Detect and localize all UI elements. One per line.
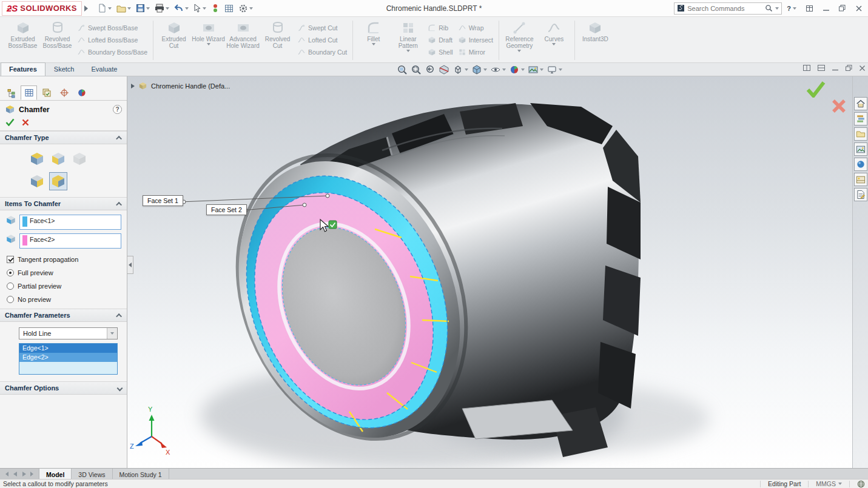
fillet-button[interactable]: Fillet <box>356 19 391 60</box>
chamfer-method-dropdown[interactable]: Hold Line <box>19 327 118 339</box>
property-manager-help-icon[interactable]: ? <box>113 105 122 114</box>
taskpane-view-palette-button[interactable] <box>854 142 867 156</box>
help-menu[interactable]: ? <box>787 5 796 12</box>
callout-face-set-2[interactable]: Face Set 2 <box>206 204 247 215</box>
instant3d-button[interactable]: Instant3D <box>578 19 613 60</box>
search-commands-box[interactable] <box>674 2 782 15</box>
tab-dimxpertmanager[interactable] <box>56 85 72 100</box>
search-options-caret[interactable] <box>775 7 779 10</box>
chamfer-type-vertex-button[interactable] <box>70 150 89 168</box>
hide-show-items-button[interactable] <box>489 64 507 76</box>
menu-flyout-icon[interactable] <box>84 5 88 12</box>
units-selector[interactable]: MMGS <box>816 480 842 487</box>
minimize-button[interactable] <box>818 1 834 16</box>
graphics-area[interactable]: Y Z X Chromenic Handle (Defa... Face Set <box>127 76 852 468</box>
revolved-boss-base-button[interactable]: Revolved Boss/Base <box>40 19 75 60</box>
tab-scroll-prev-button[interactable] <box>11 472 19 476</box>
file-properties-button[interactable] <box>223 3 235 14</box>
face1-selection-box[interactable]: Face<1> <box>19 215 121 230</box>
restore-document-button[interactable] <box>846 65 852 71</box>
minimize-document-button[interactable] <box>832 65 838 71</box>
tangent-propagation-checkbox[interactable] <box>7 256 14 263</box>
pane-split-right-button[interactable] <box>818 65 825 71</box>
edge-list-item[interactable]: Edge<2> <box>19 353 117 362</box>
print-button[interactable] <box>153 2 170 14</box>
lofted-cut-button[interactable]: Lofted Cut <box>296 35 348 45</box>
section-chamfer-type[interactable]: Chamfer Type <box>0 131 127 144</box>
edge-list-item[interactable]: Edge<1> <box>19 344 117 353</box>
zoom-area-button[interactable] <box>409 64 423 76</box>
tab-scroll-next-button[interactable] <box>20 472 28 476</box>
mirror-button[interactable]: Mirror <box>457 47 494 57</box>
apply-scene-button[interactable] <box>527 64 545 76</box>
callout-face-set-1[interactable]: Face Set 1 <box>143 195 183 206</box>
chamfer-type-distance-distance-button[interactable] <box>49 150 67 168</box>
reference-geometry-button[interactable]: Reference Geometry <box>502 19 537 60</box>
tab-evaluate[interactable]: Evaluate <box>83 62 126 76</box>
close-document-button[interactable] <box>860 65 865 71</box>
boundary-boss-base-button[interactable]: Boundary Boss/Base <box>76 47 149 57</box>
new-document-button[interactable] <box>96 2 113 14</box>
open-button[interactable] <box>115 3 132 14</box>
view-settings-button[interactable] <box>545 64 564 76</box>
tab-configurationmanager[interactable] <box>38 85 55 100</box>
extruded-cut-button[interactable]: Extruded Cut <box>156 19 191 60</box>
hold-line-edge-list[interactable]: Edge<1> Edge<2> <box>19 343 118 375</box>
chamfer-type-face-face-button[interactable] <box>49 172 67 190</box>
tab-model[interactable]: Model <box>39 469 72 479</box>
tab-3d-views[interactable]: 3D Views <box>72 469 112 479</box>
breadcrumb-label[interactable]: Chromenic Handle (Defa... <box>151 82 230 90</box>
section-items-to-chamfer[interactable]: Items To Chamfer <box>0 197 127 210</box>
full-preview-radio[interactable] <box>7 269 14 276</box>
hole-wizard-button[interactable]: Hole Wizard <box>191 19 226 60</box>
breadcrumb-expand-icon[interactable] <box>131 84 135 89</box>
search-input[interactable] <box>687 5 762 12</box>
boundary-cut-button[interactable]: Boundary Cut <box>296 47 348 57</box>
taskpane-appearances-button[interactable] <box>854 158 867 171</box>
restore-button[interactable] <box>834 1 850 16</box>
chamfer-type-angle-distance-button[interactable] <box>28 150 46 168</box>
rebuild-button[interactable] <box>210 2 221 14</box>
curves-button[interactable]: Curves <box>537 19 571 60</box>
tab-scroll-first-button[interactable] <box>2 472 10 476</box>
save-button[interactable] <box>135 2 151 14</box>
web-globe-icon[interactable] <box>857 480 865 488</box>
tab-displaymanager[interactable] <box>73 85 90 100</box>
no-preview-radio[interactable] <box>7 296 14 303</box>
section-chamfer-parameters[interactable]: Chamfer Parameters <box>0 309 127 322</box>
edit-appearance-button[interactable] <box>508 64 526 76</box>
previous-view-button[interactable] <box>423 64 437 76</box>
swept-boss-base-button[interactable]: Swept Boss/Base <box>76 23 149 33</box>
wrap-button[interactable]: Wrap <box>457 23 494 33</box>
confirmation-cancel-button[interactable] <box>832 99 846 115</box>
tab-sketch[interactable]: Sketch <box>45 62 83 76</box>
display-style-button[interactable] <box>470 64 488 76</box>
linear-pattern-button[interactable]: Linear Pattern <box>391 19 425 60</box>
taskpane-custom-properties-button[interactable] <box>854 188 867 201</box>
partial-preview-radio[interactable] <box>7 282 14 290</box>
intersect-button[interactable]: Intersect <box>457 35 494 45</box>
confirmation-ok-button[interactable] <box>806 81 826 99</box>
tab-featuremanager-tree[interactable] <box>3 85 19 100</box>
advanced-hole-wizard-button[interactable]: Advanced Hole Wizard <box>226 19 260 60</box>
tab-motion-study-1[interactable]: Motion Study 1 <box>113 469 169 479</box>
lofted-boss-base-button[interactable]: Lofted Boss/Base <box>76 35 149 45</box>
taskpane-home-button[interactable] <box>854 97 867 110</box>
tab-propertymanager[interactable] <box>21 85 37 100</box>
tab-scroll-last-button[interactable] <box>29 472 37 476</box>
chamfer-type-offset-face-button[interactable] <box>28 172 46 190</box>
draft-button[interactable]: Draft <box>426 35 454 45</box>
face2-selection-box[interactable]: Face<2> <box>19 233 121 249</box>
rib-button[interactable]: Rib <box>426 23 454 33</box>
close-button[interactable] <box>850 1 867 16</box>
zoom-fit-button[interactable] <box>395 64 409 76</box>
breadcrumb[interactable]: Chromenic Handle (Defa... <box>131 81 230 90</box>
fullscreen-button[interactable] <box>801 1 818 16</box>
search-icon[interactable] <box>765 4 773 12</box>
options-button[interactable] <box>237 2 254 15</box>
select-button[interactable] <box>192 2 207 14</box>
undo-button[interactable] <box>173 3 190 14</box>
taskpane-scenes-button[interactable] <box>854 173 867 186</box>
extruded-boss-base-button[interactable]: Extruded Boss/Base <box>5 19 40 60</box>
ok-button[interactable] <box>5 118 15 126</box>
